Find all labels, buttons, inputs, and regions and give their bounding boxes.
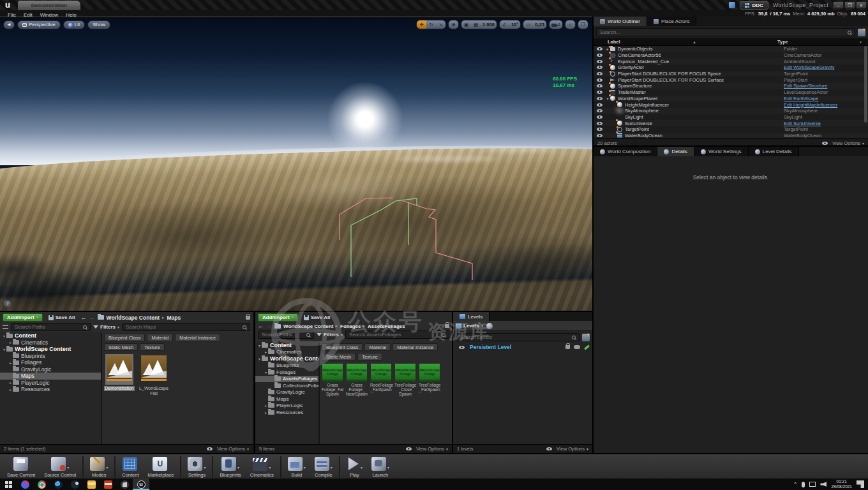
outliner-actor-row[interactable]: HeightMapInfluencer Edit HeightMapInflue… [594, 101, 868, 108]
asset-tile[interactable]: ＊ Demonstration [104, 354, 135, 391]
details-tab[interactable]: Level Details [749, 147, 799, 156]
asset-filter-chip[interactable]: Blueprint Class [322, 343, 363, 351]
foliage-asset-tile[interactable]: #WorldScape Foliage Grass Foliage_ NearS… [346, 364, 368, 396]
actor-label[interactable]: TrailerMaster [618, 89, 646, 95]
visibility-eye-icon[interactable] [597, 128, 602, 131]
outliner-tab[interactable]: World Outliner [594, 17, 647, 26]
asset-tile[interactable]: ＊ L_WorldScape Flat [138, 354, 169, 396]
asset-filter-chip[interactable]: Blueprint Class [104, 334, 145, 341]
asset-filter-chip[interactable]: Static Mesh [104, 343, 138, 351]
add-import-button[interactable]: Add/Import▾ [258, 313, 298, 322]
forward-button[interactable]: → [89, 315, 95, 321]
actor-type[interactable]: SkyLight [784, 114, 868, 120]
taskbar-app-button[interactable] [33, 479, 50, 490]
rotation-snap-button[interactable]: ∠ [500, 20, 509, 29]
visibility-eye-icon[interactable] [597, 103, 602, 107]
visibility-eye-icon[interactable] [597, 97, 602, 100]
visibility-eye-icon[interactable] [597, 84, 602, 87]
usb-device-icon[interactable] [802, 482, 805, 487]
taskbar-app-button[interactable] [0, 479, 17, 490]
tree-folder-item[interactable]: CollectionsFoliages [255, 382, 318, 389]
outliner-actor-row[interactable]: CineCameraActor56 CineCameraActor [594, 52, 868, 59]
levels-search-input[interactable] [460, 334, 569, 340]
outliner-actor-row[interactable]: PlayerStart DOUBLECLICK FOR FOCUS Surfac… [594, 77, 868, 83]
grid-snap-button[interactable]: ▦ [471, 20, 481, 29]
details-tab[interactable]: World Settings [694, 147, 749, 156]
levels-dropdown-button[interactable]: Levels▾ [456, 323, 483, 329]
tree-folder-item[interactable]: ▸Cinematics [255, 349, 318, 356]
actor-label[interactable]: GravityActor [618, 64, 644, 70]
outliner-actor-row[interactable]: SkyLight SkyLight [594, 114, 868, 121]
tree-folder-item[interactable]: ▸PlayerLogic [0, 380, 101, 387]
toolbar-item[interactable]: ▾ Play [339, 456, 367, 478]
toolbar-item[interactable]: Marketplace [144, 456, 179, 478]
details-tab[interactable]: World Composition [594, 147, 657, 156]
search-paths-input[interactable] [262, 332, 303, 338]
screenshot-button[interactable]: ⌕ [565, 20, 575, 29]
outliner-column-header[interactable]: Label▲ Type▾ [594, 38, 868, 46]
actor-label[interactable]: WaterBodyOcean [625, 133, 662, 138]
view-options[interactable]: View Options▾ [403, 446, 448, 452]
taskbar-app-button[interactable] [133, 479, 149, 490]
perspective-button[interactable]: Perspective [17, 20, 61, 29]
outliner-actor-row[interactable]: TrailerMaster LevelSequenceActor [594, 89, 868, 96]
show-button[interactable]: Show [87, 20, 110, 29]
actor-label[interactable]: PlayerStart DOUBLECLICK FOR FOCUS Space [618, 71, 721, 77]
notification-center-icon[interactable] [857, 480, 864, 488]
tree-folder-item[interactable]: GravityLogic [0, 366, 101, 373]
level-lock-icon[interactable] [565, 345, 570, 349]
level-row[interactable]: Persistent Level [453, 343, 592, 351]
actor-type[interactable]: CineCameraActor [784, 52, 868, 58]
level-visibility-eye-icon[interactable] [459, 346, 465, 349]
scale-tool-button[interactable]: ↘ [436, 20, 445, 29]
tree-folder-item[interactable]: ▾WorldScape Content [0, 346, 101, 353]
level-details-icon[interactable] [486, 323, 493, 329]
actor-type[interactable]: PlayerStart [784, 77, 868, 83]
save-all-button[interactable]: Save All [301, 313, 334, 322]
taskbar-app-button[interactable] [100, 479, 116, 490]
foliage-asset-tile[interactable]: #WorldScape Foliage RockFoliage _FarSpaw… [370, 364, 392, 392]
breadcrumb[interactable]: WorldScape Content [283, 323, 334, 329]
tree-folder-item[interactable]: AssetsFoliages [255, 376, 318, 383]
toolbar-item[interactable]: Save Current [3, 456, 40, 478]
toolbar-item[interactable]: ▾ Cinematics [246, 456, 278, 478]
actor-type[interactable]: AmbientSound [784, 59, 868, 64]
tree-folder-item[interactable]: Maps [255, 396, 318, 403]
visibility-eye-icon[interactable] [597, 109, 602, 112]
add-actor-icon[interactable] [858, 29, 865, 36]
lit-button[interactable]: Lit [63, 20, 85, 29]
actor-label[interactable]: WorldScapePlanet [618, 96, 657, 101]
toolbar-item[interactable]: ▾ Source Control [40, 456, 80, 478]
taskbar-app-button[interactable] [66, 479, 83, 490]
toolbar-item[interactable]: ▾ Settings [180, 456, 210, 478]
scale-snap-button[interactable]: ▱ [523, 20, 533, 29]
toolbar-item[interactable]: ▾ Launch [367, 456, 394, 478]
toolbar-item[interactable]: Content [114, 456, 143, 478]
ddc-button[interactable]: DDC [740, 1, 768, 10]
filters-button[interactable]: Filters▾ [93, 324, 119, 330]
foliage-asset-tile[interactable]: #WorldScape Foliage TreeFoliage _FarSpaw… [419, 364, 440, 392]
translate-tool-button[interactable]: ✛ [417, 20, 426, 29]
levels-tab[interactable]: Levels [453, 312, 490, 321]
actor-label[interactable]: TargetPoint [625, 126, 649, 132]
visibility-eye-icon[interactable] [597, 47, 602, 50]
search-paths-box[interactable] [258, 330, 314, 339]
taskbar-app-button[interactable] [116, 479, 133, 490]
world-local-toggle[interactable]: ⊕ [449, 20, 458, 29]
viewport-options-button[interactable]: ◄ [3, 20, 15, 29]
add-level-icon[interactable] [582, 334, 590, 341]
tree-folder-item[interactable]: ▸Ressources [255, 409, 318, 416]
clock[interactable]: 01:21 29/08/2021 [831, 479, 852, 489]
actor-type[interactable]: TargetPoint [784, 126, 868, 132]
foliage-asset-tile[interactable]: #WorldScape Foliage Grass Foliage_Far Sp… [322, 364, 343, 396]
breadcrumb[interactable]: Foliages [340, 323, 361, 329]
actor-label[interactable]: SpawnStructure [618, 83, 652, 89]
actor-type[interactable]: TargetPoint [784, 71, 868, 77]
view-options[interactable]: View Options▾ [204, 446, 249, 452]
outliner-actor-row[interactable]: SpawnStructure Edit SpawnStructure [594, 83, 868, 89]
minimize-button[interactable]: – [833, 1, 844, 9]
sort-ascending-icon[interactable]: ▲ [692, 38, 696, 46]
tree-folder-item[interactable]: ▸Cinematics [0, 339, 101, 346]
search-assets-input[interactable] [126, 324, 239, 330]
toolbar-item[interactable]: ▾ Compile [310, 456, 337, 478]
